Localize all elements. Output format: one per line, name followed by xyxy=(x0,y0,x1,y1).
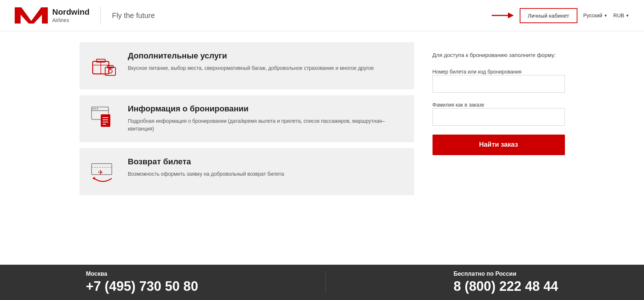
svg-point-13 xyxy=(92,108,94,110)
booking-form-column: Для доступа к бронированию заполните фор… xyxy=(425,42,565,195)
currency-selector[interactable]: RUB ▼ xyxy=(613,12,629,18)
language-label: Русский xyxy=(583,12,602,18)
booking-info-title: Информация о бронировании xyxy=(128,104,404,114)
svg-marker-2 xyxy=(508,12,514,18)
language-selector[interactable]: Русский ▼ xyxy=(583,12,608,18)
svg-rect-12 xyxy=(92,107,108,111)
surname-field-label: Фамилия как в заказе xyxy=(433,102,484,108)
booking-info-content: Информация о бронировании Подробная инфо… xyxy=(128,104,404,133)
svg-rect-16 xyxy=(101,114,110,127)
additional-services-icon xyxy=(90,51,119,81)
logo-area: Nordwind Airlines xyxy=(15,4,89,26)
svg-point-14 xyxy=(95,108,96,110)
find-order-button[interactable]: Найти заказ xyxy=(433,135,565,155)
additional-services-card: Дополнительные услуги Вкусное питание, в… xyxy=(79,42,414,89)
ticket-return-title: Возврат билета xyxy=(128,157,404,167)
ticket-number-input[interactable] xyxy=(433,75,565,93)
ticket-return-card: ✈ Возврат билета Возможность оформить за… xyxy=(79,148,414,195)
nordwind-logo-icon xyxy=(15,4,48,26)
ticket-field-label: Номер билета или код бронирования xyxy=(433,69,522,75)
cards-column: Дополнительные услуги Вкусное питание, в… xyxy=(79,42,414,195)
additional-services-desc: Вкусное питание, выбор места, сверхнорма… xyxy=(128,64,404,72)
ticket-return-desc: Возможность оформить заявку на доброволь… xyxy=(128,170,404,178)
header-right: Личный кабинет Русский ▼ RUB ▼ xyxy=(492,8,629,23)
currency-label: RUB xyxy=(613,12,625,18)
header: Nordwind Airlines Fly the future Личный … xyxy=(0,0,644,31)
personal-cabinet-button[interactable]: Личный кабинет xyxy=(520,8,577,23)
booking-info-desc: Подробная информация о бронировании (дат… xyxy=(128,117,404,133)
ticket-return-icon: ✈ xyxy=(90,157,119,186)
logo-subtitle: Airlines xyxy=(52,17,89,24)
booking-info-card: Информация о бронировании Подробная инфо… xyxy=(79,95,414,142)
currency-caret-icon: ▼ xyxy=(626,14,629,18)
ticket-return-content: Возврат билета Возможность оформить заяв… xyxy=(128,157,404,178)
svg-marker-0 xyxy=(15,7,48,24)
logo-text: Nordwind Airlines xyxy=(52,7,89,23)
form-description: Для доступа к бронированию заполните фор… xyxy=(433,51,565,60)
logo-name: Nordwind xyxy=(52,7,89,17)
arrow-indicator xyxy=(492,10,514,21)
additional-services-content: Дополнительные услуги Вкусное питание, в… xyxy=(128,51,404,72)
main-content: Дополнительные услуги Вкусное питание, в… xyxy=(65,31,580,206)
svg-marker-24 xyxy=(92,177,95,180)
additional-services-title: Дополнительные услуги xyxy=(128,51,404,61)
surname-input[interactable] xyxy=(433,108,565,126)
svg-text:✈: ✈ xyxy=(98,169,103,176)
language-caret-icon: ▼ xyxy=(604,14,608,18)
svg-point-15 xyxy=(97,108,98,110)
header-slogan: Fly the future xyxy=(112,11,491,20)
arrow-icon xyxy=(492,10,514,21)
booking-info-icon xyxy=(90,104,119,133)
header-divider xyxy=(100,6,101,25)
